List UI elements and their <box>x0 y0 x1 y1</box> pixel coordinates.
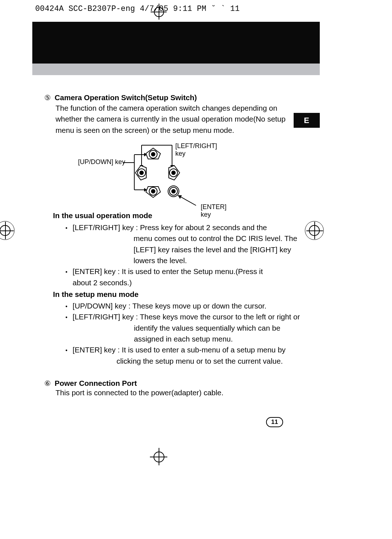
switch-diagram: [UP/DOWN] key [LEFT/RIGHT] key [ENTER] k… <box>78 141 205 210</box>
section-5-paragraph: The function of the camera operation swi… <box>56 103 298 136</box>
switch-diagram-svg <box>78 141 209 213</box>
svg-point-15 <box>151 152 155 156</box>
left-button-icon <box>135 166 146 180</box>
page-number-value: 11 <box>266 417 283 427</box>
setup-mode-list: [UP/DOWN] key : These keys move up or do… <box>65 301 301 367</box>
setup-mode-item-enter: [ENTER] key : It is used to enter a sub-… <box>65 344 301 367</box>
enter-button-icon <box>168 186 179 197</box>
svg-point-24 <box>171 189 176 193</box>
section-5-marker: ⑤ <box>44 93 51 102</box>
svg-point-19 <box>171 171 176 175</box>
right-button-icon <box>169 166 180 180</box>
down-button-icon <box>146 187 160 197</box>
section-5: ⑤ Camera Operation Switch(Setup Switch) … <box>44 93 298 136</box>
usual-mode-list: [LEFT/RIGHT] key : Press key for about 2… <box>65 222 298 288</box>
svg-point-21 <box>151 189 155 193</box>
section-5-title: Camera Operation Switch(Setup Switch) <box>54 93 197 102</box>
svg-point-17 <box>139 171 144 175</box>
section-6-title: Power Connection Port <box>54 379 137 387</box>
setup-mode-item-leftright: [LEFT/RIGHT] key : These keys move the c… <box>65 311 301 344</box>
up-button-icon <box>146 148 160 159</box>
print-header-stamp: 00424A SCC-B2307P-eng 4/7/05 9:11 PM ˘ `… <box>35 4 240 13</box>
usual-mode-heading: In the usual operation mode <box>53 211 152 220</box>
setup-mode-item3-lead: [ENTER] key : It is used to enter a sub-… <box>73 346 286 354</box>
section-6-marker: ⑥ <box>44 379 51 388</box>
header-light-band <box>32 64 320 75</box>
setup-mode-heading: In the setup menu mode <box>53 290 139 299</box>
usual-mode-item-left-right: [LEFT/RIGHT] key : Press key for about 2… <box>65 222 298 266</box>
header-dark-band <box>32 22 320 64</box>
section-6: ⑥ Power Connection Port This port is con… <box>44 379 298 397</box>
setup-mode-item3-wrap: clicking the setup menu or to set the cu… <box>73 356 301 367</box>
setup-mode-item2-wrap: identify the values sequentially which c… <box>73 323 301 345</box>
usual-mode-item1-wrap: menu comes out to control the DC IRIS le… <box>73 233 298 266</box>
setup-mode-item2-lead: [LEFT/RIGHT] key : These keys move the c… <box>73 313 300 321</box>
usual-mode-item-enter: [ENTER] key : It is used to enter the Se… <box>65 266 298 288</box>
page-number: 11 <box>266 417 283 427</box>
usual-mode-item1-lead: [LEFT/RIGHT] key : Press key for about 2… <box>73 223 267 232</box>
section-6-paragraph: This port is connected to the power(adap… <box>56 388 298 397</box>
setup-mode-item-updown: [UP/DOWN] key : These keys move up or do… <box>65 301 301 311</box>
